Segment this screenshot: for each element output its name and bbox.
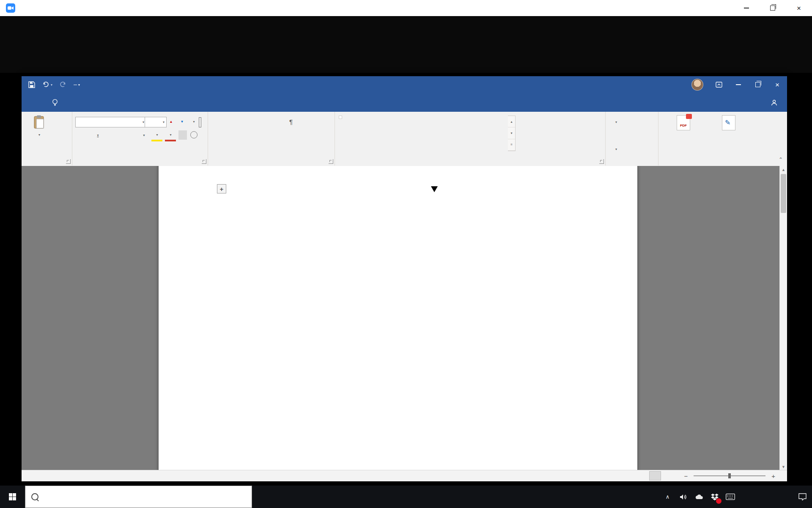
font-dialog-launcher[interactable] <box>202 159 206 164</box>
cut-icon[interactable] <box>56 117 66 126</box>
ribbon-display-options-icon[interactable] <box>709 76 729 93</box>
superscript-button[interactable] <box>127 130 136 140</box>
word-close-button[interactable]: × <box>768 76 787 93</box>
quick-access-toolbar: ▾ ▾ <box>28 81 80 88</box>
decrease-indent-icon[interactable] <box>250 117 259 126</box>
strikethrough-button[interactable] <box>104 130 115 140</box>
paragraph-dialog-launcher[interactable] <box>329 159 333 164</box>
keyboard-icon[interactable] <box>722 486 738 508</box>
web-layout-icon[interactable] <box>667 472 678 480</box>
numbering-icon[interactable] <box>224 117 234 126</box>
zoom-close-button[interactable]: × <box>786 0 812 16</box>
tray-chevron-icon[interactable]: ∧ <box>660 486 675 508</box>
redo-button[interactable] <box>59 81 67 88</box>
font-color-button[interactable]: ▾ <box>165 130 176 141</box>
ime-mode-indicator[interactable] <box>738 486 754 508</box>
document-area[interactable]: + <box>22 166 780 470</box>
find-button[interactable]: ▾ <box>610 117 617 127</box>
collapse-ribbon-icon[interactable]: ⌃ <box>779 157 783 163</box>
scroll-down-icon[interactable]: ▼ <box>780 463 787 470</box>
borders-icon[interactable] <box>301 130 312 140</box>
zoom-slider-thumb[interactable] <box>728 473 731 478</box>
justify-icon[interactable] <box>245 130 254 140</box>
search-icon <box>31 493 38 500</box>
zoom-slider[interactable] <box>694 475 765 476</box>
request-signature-button[interactable] <box>710 115 748 139</box>
grow-font-button[interactable]: ▲ <box>166 117 176 126</box>
document-page[interactable]: + <box>159 166 637 470</box>
ruby-button[interactable] <box>72 117 80 126</box>
scroll-thumb[interactable] <box>781 174 786 213</box>
show-paragraph-marks-icon[interactable]: ¶ <box>287 117 295 126</box>
undo-button[interactable]: ▾ <box>42 81 52 88</box>
text-effects-button[interactable]: ▾ <box>139 130 149 140</box>
start-button[interactable] <box>0 486 25 508</box>
save-icon[interactable] <box>28 81 35 88</box>
taskbar-search-input[interactable] <box>25 486 252 508</box>
subscript-button[interactable] <box>117 130 126 140</box>
character-border-button[interactable] <box>199 117 201 127</box>
change-case-button[interactable]: ▾ <box>188 117 200 126</box>
highlight-color-button[interactable]: ▾ <box>151 130 162 141</box>
share-button[interactable] <box>771 93 780 112</box>
paste-button[interactable]: ▾ <box>27 115 52 137</box>
enclose-characters-button[interactable] <box>190 131 198 138</box>
multilevel-list-icon[interactable] <box>236 117 246 126</box>
increase-indent-icon[interactable] <box>261 117 270 126</box>
dropbox-badge <box>716 498 721 504</box>
clipboard-dialog-launcher[interactable] <box>66 159 71 164</box>
taskbar-clock[interactable] <box>754 486 793 508</box>
windows-logo-icon <box>9 493 16 501</box>
account-avatar[interactable] <box>691 79 703 91</box>
font-name-combo[interactable]: ▾ <box>75 117 146 127</box>
speaker-icon[interactable] <box>675 486 691 508</box>
font-size-combo[interactable]: ▾ <box>145 117 167 127</box>
action-center-icon[interactable] <box>793 486 812 508</box>
bold-button[interactable] <box>76 130 84 140</box>
italic-button[interactable] <box>85 130 91 140</box>
font-group: ▾ ▾ ▲ ▼ ▾ ▾ ▾ ▾ ▾ <box>72 112 208 166</box>
status-bar: − + <box>22 470 787 481</box>
taskbar: ∧ <box>0 486 812 508</box>
align-left-icon[interactable] <box>212 130 221 140</box>
underline-button[interactable]: ▾ <box>93 130 102 140</box>
shrink-font-button[interactable]: ▼ <box>177 117 187 126</box>
pdf-icon <box>677 115 690 130</box>
tab-file[interactable] <box>22 93 38 112</box>
onedrive-icon[interactable] <box>691 486 707 508</box>
scroll-up-icon[interactable]: ▲ <box>780 166 787 173</box>
styles-gallery-scroll[interactable]: ▴▾≡ <box>508 116 516 151</box>
select-button[interactable]: ▾ <box>610 144 617 154</box>
format-painter-icon[interactable] <box>56 141 66 150</box>
zoom-in-icon[interactable]: + <box>771 472 775 480</box>
paragraph-group: ¶ <box>208 112 335 166</box>
word-minimize-button[interactable] <box>729 76 748 93</box>
align-right-icon[interactable] <box>234 130 243 140</box>
dropbox-icon[interactable] <box>707 486 722 508</box>
table-move-handle[interactable]: + <box>217 184 226 193</box>
align-center-icon[interactable] <box>223 130 232 140</box>
replace-button[interactable] <box>610 130 613 141</box>
adobe-pdf-button[interactable] <box>661 115 705 139</box>
adobe-group <box>658 112 755 166</box>
zoom-minimize-button[interactable] <box>733 0 760 16</box>
shading-char-button[interactable] <box>178 130 187 140</box>
zoom-maximize-button[interactable] <box>760 0 786 16</box>
bullets-icon[interactable] <box>212 117 222 126</box>
shading-icon[interactable] <box>286 130 297 140</box>
tell-me-box[interactable] <box>46 93 67 112</box>
vertical-scrollbar[interactable]: ▲ ▼ <box>779 166 787 470</box>
zoom-out-icon[interactable]: − <box>684 472 688 480</box>
styles-dialog-launcher[interactable] <box>599 159 604 164</box>
qat-customize-button[interactable]: ▾ <box>74 83 80 87</box>
line-spacing-icon[interactable] <box>271 130 282 140</box>
read-mode-icon[interactable] <box>632 472 643 480</box>
print-layout-icon[interactable] <box>649 471 661 480</box>
word-window: ▾ ▾ × <box>22 76 787 481</box>
copy-icon[interactable] <box>56 129 66 138</box>
editing-group: ▾ ▾ <box>605 112 658 166</box>
sort-icon[interactable] <box>274 117 285 126</box>
distribute-icon[interactable] <box>256 130 265 140</box>
word-maximize-button[interactable] <box>748 76 768 93</box>
ribbon-tab-row <box>22 93 787 112</box>
